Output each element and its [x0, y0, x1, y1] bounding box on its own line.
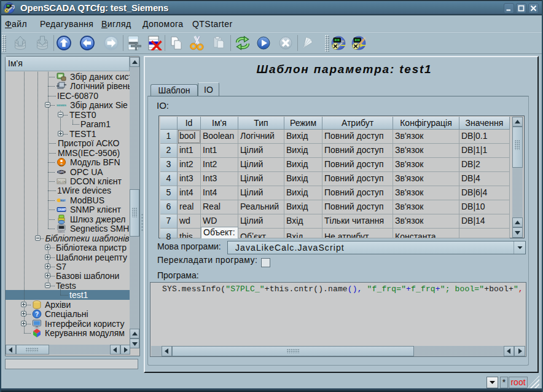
svg-text:SNMP: SNMP — [58, 209, 66, 212]
svg-text:OPC: OPC — [58, 170, 65, 174]
svg-text:SIEMENS: SIEMENS — [57, 104, 66, 107]
svg-text:BFN: BFN — [60, 164, 64, 167]
svg-text:?: ? — [35, 311, 39, 318]
svg-text:Mod: Mod — [61, 199, 64, 202]
svg-text:DCON: DCON — [58, 180, 66, 183]
